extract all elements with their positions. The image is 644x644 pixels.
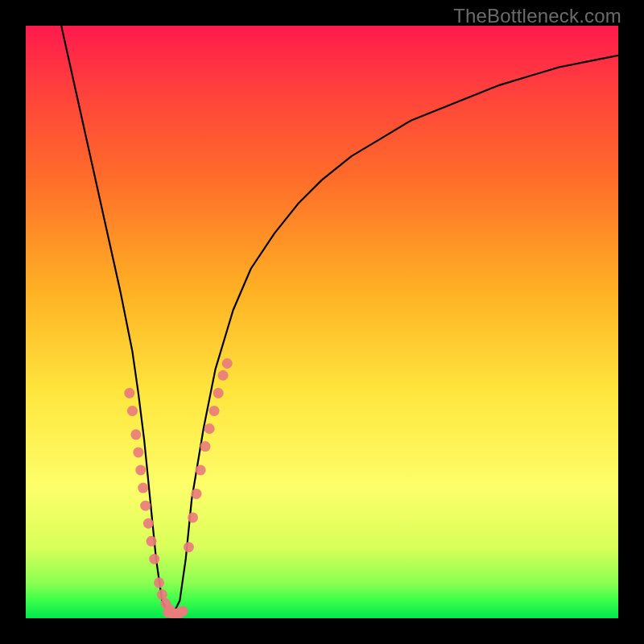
svg-point-6 xyxy=(140,501,151,511)
svg-point-5 xyxy=(138,483,148,493)
chart-overlay xyxy=(26,26,618,618)
chart-frame: TheBottleneck.com xyxy=(0,0,644,644)
svg-point-20 xyxy=(188,512,198,522)
watermark-text: TheBottleneck.com xyxy=(453,5,621,27)
svg-point-2 xyxy=(130,429,141,440)
svg-point-0 xyxy=(124,388,134,398)
svg-point-10 xyxy=(154,577,164,588)
svg-point-26 xyxy=(213,388,224,398)
svg-point-24 xyxy=(204,423,215,434)
svg-point-9 xyxy=(149,554,159,564)
svg-point-1 xyxy=(127,406,138,416)
svg-point-7 xyxy=(143,518,154,529)
svg-point-28 xyxy=(222,358,233,369)
svg-point-22 xyxy=(196,465,206,476)
svg-point-3 xyxy=(133,447,143,457)
svg-point-21 xyxy=(191,489,201,499)
svg-point-8 xyxy=(147,536,157,547)
scatter-dots xyxy=(124,358,232,618)
svg-point-23 xyxy=(200,441,211,452)
plot-area xyxy=(26,26,618,618)
svg-point-4 xyxy=(135,465,146,476)
svg-point-25 xyxy=(209,406,220,416)
svg-point-19 xyxy=(184,542,194,552)
svg-point-27 xyxy=(218,370,229,381)
